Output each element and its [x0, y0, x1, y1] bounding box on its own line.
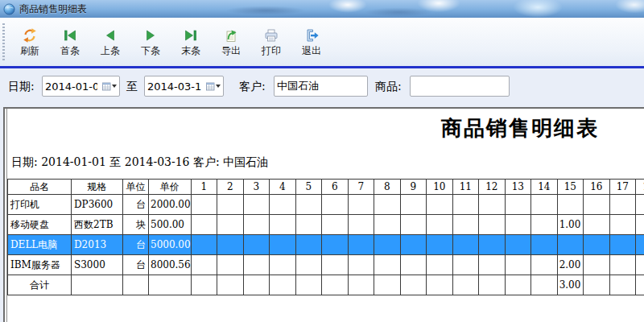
table-cell[interactable] — [243, 255, 270, 275]
table-cell[interactable] — [427, 215, 453, 235]
table-cell[interactable]: 5000.00 — [149, 235, 192, 255]
table-row[interactable]: 移动硬盘西数2TB块500.001.00 — [8, 215, 644, 235]
table-cell[interactable] — [217, 255, 244, 275]
table-cell[interactable]: 台 — [123, 255, 149, 275]
table-cell[interactable]: IBM服务器 — [8, 255, 72, 275]
table-cell[interactable]: DELL电脑 — [8, 235, 72, 255]
table-row[interactable]: DELL电脑D2013台5000.00 — [8, 235, 644, 255]
table-cell[interactable]: 打印机 — [8, 195, 72, 215]
table-cell[interactable] — [270, 195, 296, 215]
table-row[interactable]: IBM服务器S3000台8000.562.00 — [8, 255, 644, 275]
table-cell[interactable] — [217, 215, 244, 235]
table-cell[interactable] — [191, 195, 217, 215]
table-cell[interactable] — [322, 215, 349, 235]
toolbar-button-exit[interactable]: 退出 — [293, 21, 330, 63]
toolbar-button-previous[interactable]: 上条 — [92, 21, 129, 63]
table-cell[interactable] — [295, 195, 322, 215]
table-cell[interactable] — [452, 235, 479, 255]
table-cell[interactable] — [609, 215, 636, 235]
table-cell[interactable] — [374, 255, 401, 275]
table-cell[interactable]: 500.00 — [149, 215, 192, 235]
table-cell[interactable] — [348, 195, 374, 215]
table-cell[interactable] — [400, 235, 427, 255]
table-cell[interactable]: 8000.56 — [149, 255, 192, 275]
table-cell[interactable] — [243, 195, 270, 215]
table-cell[interactable] — [584, 215, 610, 235]
table-cell[interactable] — [270, 255, 296, 275]
toolbar-button-next[interactable]: 下条 — [132, 21, 169, 63]
table-cell[interactable] — [505, 195, 531, 215]
table-cell[interactable] — [479, 275, 506, 295]
table-cell[interactable] — [243, 215, 270, 235]
table-cell[interactable] — [452, 255, 479, 275]
table-cell[interactable] — [531, 255, 558, 275]
table-cell[interactable]: 块 — [123, 215, 149, 235]
table-cell[interactable]: 1.00 — [557, 215, 584, 235]
table-cell[interactable] — [72, 275, 123, 295]
table-cell[interactable] — [479, 255, 506, 275]
table-cell[interactable] — [427, 195, 453, 215]
table-cell[interactable] — [452, 195, 479, 215]
table-cell[interactable]: D2013 — [72, 235, 123, 255]
table-cell[interactable] — [427, 255, 453, 275]
date-from-calendar-dropdown[interactable] — [100, 76, 119, 96]
table-cell[interactable] — [609, 275, 636, 295]
table-cell[interactable] — [374, 195, 401, 215]
table-cell[interactable] — [348, 235, 374, 255]
table-cell[interactable] — [348, 215, 374, 235]
table-cell[interactable]: 台 — [123, 195, 149, 215]
table-total-row[interactable]: 合计3.00 — [8, 275, 644, 295]
table-cell[interactable] — [636, 215, 644, 235]
table-cell[interactable] — [531, 275, 558, 295]
table-cell[interactable] — [243, 275, 270, 295]
table-cell[interactable] — [374, 235, 401, 255]
toolbar-button-last[interactable]: 末条 — [172, 21, 209, 63]
toolbar-button-print[interactable]: 打印 — [253, 21, 290, 63]
table-cell[interactable] — [427, 235, 453, 255]
table-cell[interactable] — [479, 235, 506, 255]
table-cell[interactable]: 合计 — [8, 275, 72, 295]
table-cell[interactable] — [636, 235, 644, 255]
date-to-input[interactable] — [145, 76, 204, 96]
table-cell[interactable] — [636, 195, 644, 215]
table-cell[interactable] — [295, 235, 322, 255]
table-cell[interactable] — [400, 255, 427, 275]
table-cell[interactable] — [479, 215, 506, 235]
toolbar-button-refresh[interactable]: 刷新 — [11, 21, 48, 63]
table-cell[interactable] — [270, 275, 296, 295]
table-cell[interactable] — [427, 275, 453, 295]
table-cell[interactable] — [322, 255, 349, 275]
table-cell[interactable] — [557, 195, 584, 215]
table-cell[interactable] — [584, 195, 610, 215]
table-cell[interactable] — [217, 235, 244, 255]
table-cell[interactable] — [322, 235, 349, 255]
table-cell[interactable] — [531, 195, 558, 215]
table-cell[interactable] — [557, 235, 584, 255]
toolbar-grip[interactable] — [2, 23, 5, 60]
table-cell[interactable] — [400, 275, 427, 295]
customer-input[interactable] — [275, 76, 367, 96]
product-input[interactable] — [411, 76, 509, 96]
table-cell[interactable]: 台 — [123, 235, 149, 255]
table-cell[interactable] — [636, 255, 644, 275]
table-cell[interactable] — [149, 275, 192, 295]
toolbar-button-export[interactable]: 导出 — [213, 21, 250, 63]
table-cell[interactable] — [217, 195, 244, 215]
date-to-calendar-dropdown[interactable] — [204, 76, 223, 96]
table-cell[interactable]: S3000 — [72, 255, 123, 275]
table-cell[interactable] — [609, 195, 636, 215]
table-cell[interactable] — [295, 275, 322, 295]
table-cell[interactable]: DP3600 — [72, 195, 123, 215]
table-cell[interactable] — [400, 215, 427, 235]
table-cell[interactable]: 3.00 — [557, 275, 584, 295]
table-cell[interactable] — [452, 275, 479, 295]
table-cell[interactable] — [348, 255, 374, 275]
table-cell[interactable] — [505, 275, 531, 295]
table-cell[interactable]: 西数2TB — [72, 215, 123, 235]
table-cell[interactable]: 2.00 — [557, 255, 584, 275]
table-row[interactable]: 打印机DP3600台2000.00 — [8, 195, 644, 215]
table-cell[interactable]: 2000.00 — [149, 195, 192, 215]
table-cell[interactable] — [191, 275, 217, 295]
table-cell[interactable] — [584, 235, 610, 255]
table-cell[interactable] — [270, 235, 296, 255]
